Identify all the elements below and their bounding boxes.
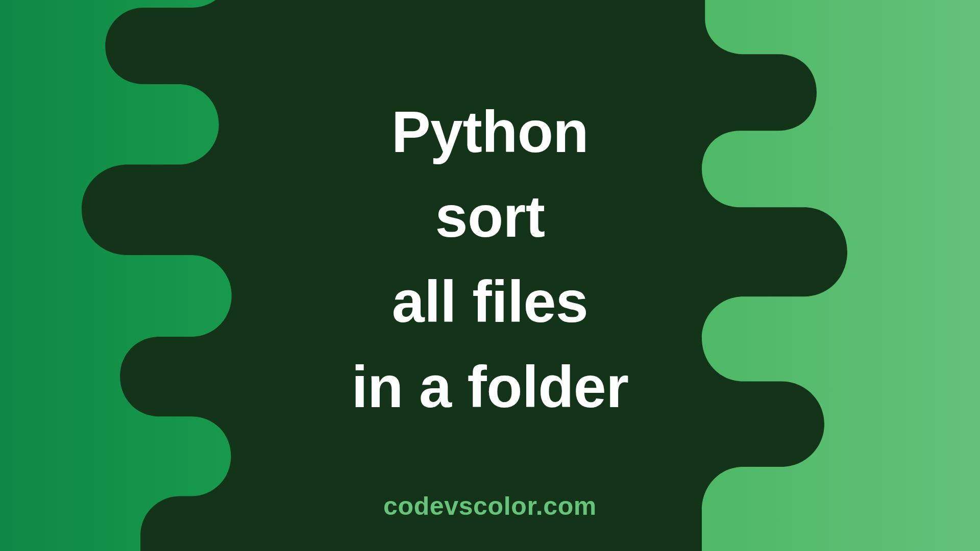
title-line-3: all files — [0, 259, 980, 344]
title-line-1: Python — [0, 89, 980, 174]
title-line-4: in a folder — [0, 344, 980, 430]
site-label: codevscolor.com — [0, 492, 980, 520]
title-line-2: sort — [0, 174, 980, 260]
banner-title: Python sort all files in a folder — [0, 89, 980, 430]
hero-banner: Python sort all files in a folder codevs… — [0, 0, 980, 551]
